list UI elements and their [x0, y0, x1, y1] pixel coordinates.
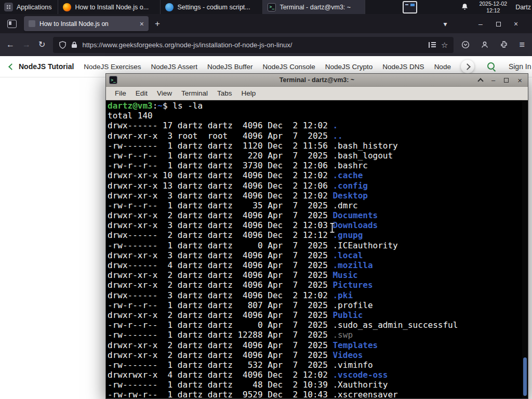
site-nav-link-label: NodeJS Crypto	[325, 63, 373, 71]
site-nav-link[interactable]: NodeJS Buffer	[207, 63, 253, 71]
menu-icon[interactable]: ≡	[519, 40, 525, 49]
terminal-line: total 140	[108, 111, 458, 121]
site-nav-link[interactable]: NodeJS Exercises	[84, 63, 141, 71]
clock[interactable]: 2025-12-02 12:12	[479, 1, 507, 14]
terminal-line: drwxr-xr-x 2 dartz dartz 4096 Apr 7 2025…	[108, 340, 458, 350]
site-nav-link[interactable]: Node	[434, 63, 451, 71]
site-nav-link-label: NodeJS DNS	[382, 63, 424, 71]
browser-toolbar: ← → ↻ https://www.geeksforgeeks.org/node…	[0, 33, 532, 56]
terminal-menu-file[interactable]: File	[110, 89, 131, 97]
terminal-body[interactable]: dartz@vm3:~$ ls -latotal 140drwx------ 1…	[106, 100, 528, 398]
site-nav-links: NodeJS TutorialNodeJS ExercisesNodeJS As…	[9, 62, 451, 71]
browser-minimize-button[interactable]: –	[472, 20, 489, 28]
site-nav-link-label: NodeJS Buffer	[207, 63, 253, 71]
site-nav-link[interactable]: NodeJS Crypto	[325, 63, 373, 71]
firefox-view-icon[interactable]	[7, 20, 17, 28]
terminal-line: drwxr-xr-x 2 dartz dartz 4096 Apr 7 2025…	[108, 310, 458, 320]
terminal-line: drwx------ 17 dartz dartz 4096 Dec 2 12:…	[108, 121, 458, 130]
terminal-titlebar[interactable]: Terminal - dartz@vm3: ~ >_ – ×	[106, 74, 528, 87]
terminal-line: -rw------- 1 dartz dartz 1120 Dec 2 11:5…	[108, 141, 458, 151]
settings-icon	[165, 3, 174, 11]
scrollbar-thumb[interactable]	[523, 357, 527, 396]
search-icon[interactable]	[487, 62, 496, 71]
taskbar-item[interactable]: How to Install Node.js o...	[58, 0, 160, 14]
site-nav-link-label: NodeJS Tutorial	[19, 62, 74, 71]
bookmark-star-icon[interactable]: ☆	[441, 41, 448, 49]
terminal-close-button[interactable]: ×	[517, 76, 522, 84]
reader-mode-icon[interactable]	[429, 42, 436, 48]
terminal-line: drwx------ 3 dartz dartz 4096 Dec 2 12:0…	[108, 290, 458, 300]
terminal-menu-terminal[interactable]: Terminal	[177, 89, 212, 97]
terminal-line: -rw------- 1 dartz dartz 0 Apr 7 2025 .I…	[108, 241, 458, 250]
extensions-icon[interactable]	[500, 41, 508, 49]
shade-window-icon[interactable]	[477, 78, 483, 84]
taskbar-item[interactable]: >_Terminal - dartz@vm3: ~	[263, 0, 365, 14]
site-nav-link-label: NodeJS Exercises	[84, 63, 141, 71]
clock-date: 2025-12-02	[479, 1, 507, 7]
terminal-minimize-button[interactable]: –	[491, 77, 495, 84]
tracking-shield-icon[interactable]	[59, 41, 66, 49]
forward-button[interactable]: →	[22, 41, 31, 49]
site-nav-link[interactable]: NodeJS Console	[262, 63, 315, 71]
terminal-line: -rw------- 1 dartz dartz 48 Dec 2 10:39 …	[108, 380, 458, 390]
sign-in-button[interactable]: Sign In	[509, 62, 531, 71]
terminal-menu-view[interactable]: View	[152, 89, 177, 97]
terminal-menu-edit[interactable]: Edit	[131, 89, 152, 97]
terminal-line: drwxrwxr-x 4 dartz dartz 4096 Dec 2 12:0…	[108, 370, 458, 380]
tab-close-icon[interactable]: ×	[140, 20, 144, 28]
terminal-maximize-button[interactable]	[504, 78, 509, 83]
terminal-line: drwxr-xr-x 3 dartz dartz 4096 Apr 7 2025…	[108, 250, 458, 260]
terminal-line: -rw-r--r-- 1 dartz dartz 3730 Dec 2 12:0…	[108, 161, 458, 170]
applications-grid-icon	[4, 3, 13, 11]
url-bar[interactable]: https://www.geeksforgeeks.org/node-js/in…	[53, 37, 454, 53]
chevron-right-icon	[464, 63, 471, 70]
nav-scroll-right-button[interactable]	[461, 60, 474, 73]
taskbar-item-title: Terminal - dartz@vm3: ~	[280, 4, 351, 11]
tab-favicon-icon	[29, 20, 35, 27]
terminal-scrollbar[interactable]	[522, 100, 528, 398]
browser-close-button[interactable]: ×	[507, 20, 525, 28]
account-icon[interactable]	[481, 41, 489, 49]
applications-menu-button[interactable]: Applications	[0, 0, 58, 14]
notification-bell-icon[interactable]	[461, 3, 469, 11]
site-nav-link[interactable]: NodeJS Tutorial	[9, 62, 74, 71]
back-button[interactable]: ←	[6, 41, 15, 49]
taskbar-item[interactable]: Settings - codium script...	[161, 0, 262, 14]
browser-tab[interactable]: How to Install Node.js on ×	[24, 16, 149, 31]
terminal-line: -rw------- 1 dartz dartz 12288 Apr 7 202…	[108, 330, 458, 340]
terminal-prompt-line: dartz@vm3:~$ ls -la	[108, 101, 458, 111]
terminal-line: drwx------ 4 dartz dartz 4096 Apr 7 2025…	[108, 260, 458, 270]
terminal-app-icon: >_	[109, 76, 117, 84]
terminal-line: drwxr-xr-x 13 dartz dartz 4096 Dec 2 12:…	[108, 181, 458, 191]
site-nav-link[interactable]: NodeJS Assert	[151, 63, 197, 71]
toolbar-right: ≡	[461, 40, 526, 49]
terminal-menu-help[interactable]: Help	[237, 89, 261, 97]
browser-maximize-button[interactable]	[489, 20, 507, 28]
pocket-icon[interactable]	[461, 41, 470, 49]
taskbar: How to Install Node.js o...Settings - co…	[58, 0, 365, 14]
terminal-line: drwx------ 2 dartz dartz 4096 Dec 2 12:1…	[108, 230, 458, 240]
reload-button[interactable]: ↻	[38, 41, 45, 49]
new-tab-button[interactable]: +	[155, 19, 160, 28]
site-nav-link-label: Node	[434, 63, 451, 71]
terminal-line: drwxr-xr-x 10 dartz dartz 4096 Dec 2 12:…	[108, 170, 458, 180]
applications-label: Applications	[17, 4, 51, 11]
terminal-line: drwxr-xr-x 3 dartz dartz 4096 Dec 2 12:0…	[108, 220, 458, 230]
terminal-line: -rw-r--r-- 1 dartz dartz 220 Apr 7 2025 …	[108, 151, 458, 161]
user-menu[interactable]: Dartz	[515, 4, 532, 11]
window-controls: ▾ – ×	[436, 20, 528, 28]
lock-icon[interactable]	[71, 41, 77, 48]
chevron-left-icon	[8, 63, 15, 70]
list-all-tabs-icon[interactable]: ▾	[436, 20, 454, 28]
screen: Applications How to Install Node.js o...…	[0, 0, 532, 399]
url-text[interactable]: https://www.geeksforgeeks.org/node-js/in…	[82, 41, 424, 49]
taskbar-item-title: Settings - codium script...	[177, 4, 250, 11]
tray-terminal-icon[interactable]	[403, 1, 417, 14]
tab-title: How to Install Node.js on	[39, 20, 136, 28]
terminal-menu-tabs[interactable]: Tabs	[212, 89, 237, 97]
system-bar: Applications How to Install Node.js o...…	[0, 0, 532, 14]
site-nav-link-label: NodeJS Console	[262, 63, 315, 71]
terminal-line: drwxr-xr-x 2 dartz dartz 4096 Apr 7 2025…	[108, 270, 458, 280]
site-nav-link[interactable]: NodeJS DNS	[382, 63, 424, 71]
site-nav-right: Sign In	[461, 60, 531, 73]
